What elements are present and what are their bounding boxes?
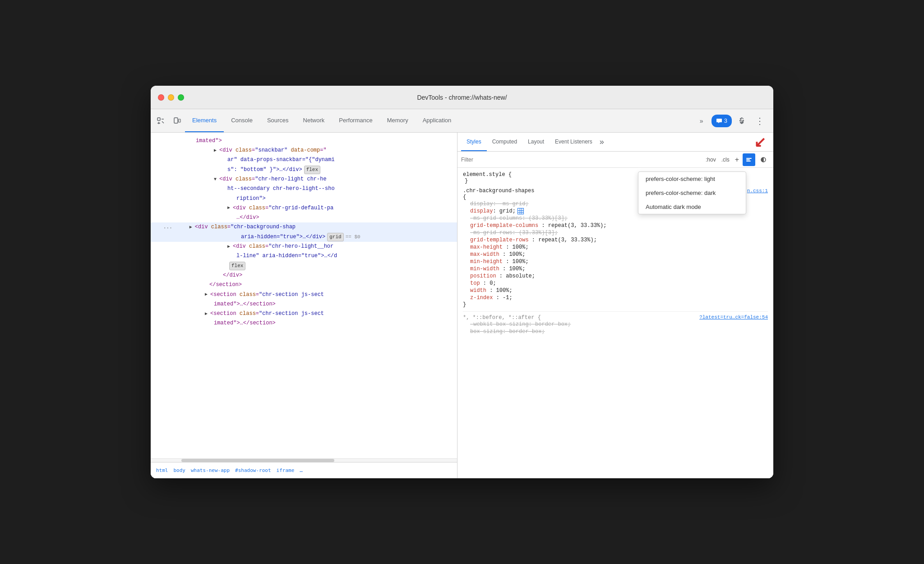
css-property-line[interactable]: position : absolute; xyxy=(463,273,768,280)
scroll-thumb[interactable] xyxy=(181,459,335,462)
tab-application[interactable]: Application xyxy=(416,109,459,132)
arrow-indicator-area: ↙ xyxy=(754,133,770,151)
more-styles-tabs-button[interactable]: » xyxy=(598,133,606,151)
css-property-line[interactable]: top : 0; xyxy=(463,280,768,287)
css-open-brace: { xyxy=(463,194,466,200)
css-property-line[interactable]: grid-template-columns : repeat(3, 33.33%… xyxy=(463,222,768,229)
breadcrumb-iframe[interactable]: iframe xyxy=(275,467,296,474)
tab-performance[interactable]: Performance xyxy=(332,109,379,132)
css-selector: .chr-background-shapes xyxy=(463,188,534,194)
dom-line: …</div> xyxy=(151,213,457,222)
styles-content: element.style { } .chr-background-shapes… xyxy=(457,168,773,478)
dom-line[interactable]: ▼ <div class="chr-hero-light chr-he xyxy=(151,175,457,184)
css-property-line[interactable]: min-width : 100%; xyxy=(463,265,768,273)
grid-layout-icon[interactable] xyxy=(517,208,524,214)
close-button[interactable] xyxy=(158,94,164,101)
horizontal-scrollbar[interactable] xyxy=(151,458,457,462)
tab-network[interactable]: Network xyxy=(296,109,332,132)
css-property-line[interactable]: min-height : 100%; xyxy=(463,258,768,265)
tab-console[interactable]: Console xyxy=(224,109,260,132)
breadcrumb-bar: html body whats-new-app #shadow-root ifr… xyxy=(151,462,457,478)
css-property-line[interactable]: -ms-grid-rows: (33.33%)[3]; xyxy=(463,229,768,236)
filter-input[interactable] xyxy=(461,157,702,163)
toggle-stylesheet-button[interactable] xyxy=(743,153,755,166)
css-property-line[interactable]: -ms-grid-columns: (33.33%)[3]; xyxy=(463,215,768,222)
css-property-line[interactable]: max-height : 100%; xyxy=(463,244,768,251)
device-toolbar-icon[interactable] xyxy=(169,109,185,132)
dom-line: l-line" aria-hidden="true">…</d xyxy=(151,251,457,261)
dom-line-selected-cont: aria-hidden="true">…</div> grid == $0 xyxy=(151,232,457,242)
styles-tab-bar: Styles Computed Layout Event Listeners » xyxy=(457,133,773,152)
filter-bar: :hov .cls + xyxy=(457,152,773,168)
main-tab-bar: Elements Console Sources Network Perform… xyxy=(151,109,773,133)
dom-line[interactable]: ▶ <section class="chr-section js-sect xyxy=(151,309,457,319)
breadcrumb-more[interactable]: … xyxy=(298,467,305,474)
css-property-line[interactable]: grid-template-rows : repeat(3, 33.33%); xyxy=(463,236,768,244)
titlebar: DevTools - chrome://whats-new/ xyxy=(151,86,773,109)
dom-line: </div> xyxy=(151,271,457,280)
color-scheme-button[interactable] xyxy=(757,153,770,166)
css-close-brace: } xyxy=(463,301,466,308)
dropdown-item-light[interactable]: prefers-color-scheme: light xyxy=(638,172,746,186)
cls-button[interactable]: .cls xyxy=(720,156,731,164)
tabs-right-controls: » 3 ⋮ xyxy=(693,109,772,132)
css-property-line[interactable]: -webkit-box-sizing: border-box; xyxy=(463,321,768,328)
more-tabs-button[interactable]: » xyxy=(693,109,710,132)
dom-line[interactable]: ▶ <div class="chr-grid-default-pa xyxy=(151,203,457,213)
svg-rect-5 xyxy=(174,118,178,123)
red-arrow-icon: ↙ xyxy=(754,135,766,149)
dom-line: imated"> xyxy=(151,136,457,146)
breadcrumb-html[interactable]: html xyxy=(154,467,170,474)
dom-line[interactable]: ▶ <section class="chr-section js-sect xyxy=(151,290,457,300)
more-icon[interactable]: ... xyxy=(160,223,176,232)
flex-badge-2[interactable]: flex xyxy=(229,262,245,271)
tab-event-listeners[interactable]: Event Listeners xyxy=(550,133,598,151)
dom-line: ar" data-props-snackbar="{"dynami xyxy=(151,155,457,165)
css-property-line[interactable]: z-index : -1; xyxy=(463,294,768,301)
dom-line: ht--secondary chr-hero-light--sho xyxy=(151,184,457,194)
dropdown-item-dark[interactable]: prefers-color-scheme: dark xyxy=(638,186,746,200)
breadcrumb-shadow[interactable]: #shadow-root xyxy=(233,467,273,474)
breadcrumb-body[interactable]: body xyxy=(172,467,188,474)
dom-line[interactable]: ▶ <div class="chr-hero-light__hor xyxy=(151,242,457,251)
dom-line: </section> xyxy=(151,280,457,290)
maximize-button[interactable] xyxy=(178,94,184,101)
inspect-element-icon[interactable] xyxy=(152,109,169,132)
dom-line: imated">…</section> xyxy=(151,300,457,309)
devtools-content-area: imated"> ▶ <div class="snackbar" data-co… xyxy=(151,133,773,478)
dom-line: imated">…</section> xyxy=(151,319,457,328)
svg-rect-6 xyxy=(179,119,180,122)
styles-panel: Styles Computed Layout Event Listeners » xyxy=(457,133,773,478)
tab-sources[interactable]: Sources xyxy=(260,109,296,132)
css-universal-selector: *, *::before, *::after { xyxy=(463,314,541,321)
dom-line: s": "bottom" }">…</div> flex xyxy=(151,165,457,175)
tab-memory[interactable]: Memory xyxy=(380,109,416,132)
minimize-button[interactable] xyxy=(168,94,174,101)
dom-line-selected[interactable]: ... ▶ <div class="chr-background-shap xyxy=(151,222,457,232)
tab-elements[interactable]: Elements xyxy=(185,109,224,132)
tab-styles[interactable]: Styles xyxy=(461,133,487,151)
css-property-line[interactable]: width : 100%; xyxy=(463,287,768,294)
window-title: DevTools - chrome://whats-new/ xyxy=(417,94,507,101)
breadcrumb-app[interactable]: whats-new-app xyxy=(189,467,231,474)
pseudo-state-button[interactable]: :hov xyxy=(704,156,718,164)
chat-badge[interactable]: 3 xyxy=(711,115,732,127)
customize-devtools-icon[interactable]: ⋮ xyxy=(752,109,768,132)
css-property-line[interactable]: box-sizing: border-box; xyxy=(463,328,768,335)
color-scheme-dropdown: prefers-color-scheme: light prefers-colo… xyxy=(638,171,746,214)
add-style-rule-button[interactable]: + xyxy=(733,156,741,164)
svg-rect-0 xyxy=(157,118,160,120)
svg-rect-7 xyxy=(746,158,752,159)
tab-computed[interactable]: Computed xyxy=(487,133,522,151)
grid-badge[interactable]: grid xyxy=(327,233,343,242)
css-source-link-2[interactable]: ?latest=tru…ck=false:54 xyxy=(699,314,768,321)
css-property-line[interactable]: max-width : 100%; xyxy=(463,251,768,258)
css-rule-universal: *, *::before, *::after { ?latest=tru…ck=… xyxy=(463,311,768,335)
flex-badge[interactable]: flex xyxy=(304,166,320,175)
settings-icon[interactable] xyxy=(734,109,750,132)
dropdown-item-auto[interactable]: Automatic dark mode xyxy=(638,200,746,214)
css-source-link[interactable]: n.css:1 xyxy=(747,188,768,194)
tab-layout[interactable]: Layout xyxy=(522,133,550,151)
dom-panel: imated"> ▶ <div class="snackbar" data-co… xyxy=(151,133,457,478)
dom-line[interactable]: ▶ <div class="snackbar" data-comp=" xyxy=(151,146,457,155)
